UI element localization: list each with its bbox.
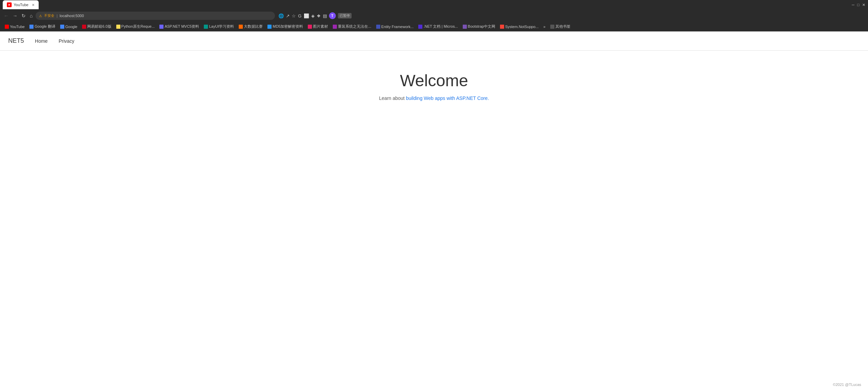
tab-title: YouTube bbox=[14, 3, 28, 7]
bookmark-label-python: Python原生Reque... bbox=[121, 24, 155, 29]
bookmark-favicon-system-notsuppo bbox=[500, 25, 504, 29]
profile-button[interactable]: T bbox=[329, 12, 336, 19]
bookmark-python[interactable]: Python原生Reque... bbox=[114, 23, 157, 30]
nav-icons: 🌐 ↗ ☆ G ⬜ ◈ ❖ ▤ T 已暂停 bbox=[278, 12, 351, 19]
bookmark-favicon-dotnet bbox=[418, 25, 422, 29]
welcome-subtitle-link[interactable]: building Web apps with ASP.NET Core. bbox=[406, 95, 489, 101]
bookmark-google-translate[interactable]: Google 翻译 bbox=[27, 23, 57, 30]
bookmark-aspnet-mvc5[interactable]: ASP.NET MVC5资料 bbox=[157, 23, 201, 30]
bookmark-favicon-bigdata bbox=[239, 25, 243, 29]
bookmark-favicon-aspnet-mvc5 bbox=[159, 25, 163, 29]
bookmark-favicon-ef bbox=[376, 25, 380, 29]
sidebar-toggle[interactable]: ▤ bbox=[323, 13, 327, 18]
security-warning-text: 不安全 bbox=[44, 13, 54, 18]
active-tab[interactable]: YouTube ✕ bbox=[3, 0, 39, 9]
bookmark-system-notsuppo[interactable]: System.NotSuppo... bbox=[498, 24, 541, 29]
tab-favicon-youtube bbox=[7, 2, 12, 7]
bookmark-label-system-notsuppo: System.NotSuppo... bbox=[505, 25, 539, 29]
address-url[interactable]: localhost:5000 bbox=[60, 14, 272, 18]
title-bar: YouTube ✕ ─ □ ✕ bbox=[0, 0, 868, 10]
bookmark-ef[interactable]: Entity Framework... bbox=[374, 24, 416, 29]
extension-icon1[interactable]: ⬜ bbox=[304, 13, 309, 18]
bookmark-youtube[interactable]: YouTube bbox=[3, 24, 27, 29]
bookmark-bigdata[interactable]: 大数据比赛 bbox=[237, 23, 265, 30]
bookmark-label-google-translate: Google 翻译 bbox=[35, 24, 55, 29]
bookmark-163mail[interactable]: 网易邮箱6.0版 bbox=[80, 23, 113, 30]
bookmark-favicon-other bbox=[550, 25, 554, 29]
bookmark-image[interactable]: 图片素材 bbox=[306, 23, 330, 30]
main-content: Welcome Learn about building Web apps wi… bbox=[0, 51, 868, 101]
welcome-title: Welcome bbox=[400, 71, 468, 90]
home-button[interactable]: ⌂ bbox=[29, 12, 34, 20]
bookmark-favicon-youtube bbox=[5, 25, 9, 29]
page-content: NET5 Home Privacy Welcome Learn about bu… bbox=[0, 31, 868, 388]
extension-icon3[interactable]: ❖ bbox=[317, 13, 321, 18]
site-nav-links: Home Privacy bbox=[32, 37, 77, 45]
bookmark-favicon-google-translate bbox=[29, 25, 34, 29]
bookmarks-overflow-button[interactable]: » bbox=[541, 24, 548, 29]
sync-paused-button[interactable]: 已暂停 bbox=[338, 13, 352, 18]
extension-icon2[interactable]: ◈ bbox=[311, 13, 315, 18]
bookmark-favicon-google bbox=[60, 25, 64, 29]
close-window-button[interactable]: ✕ bbox=[862, 3, 865, 7]
bookmark-label-reinstall: 重装系统之无法在... bbox=[338, 24, 371, 29]
bookmark-favicon-image bbox=[308, 25, 312, 29]
bookmark-favicon-md5 bbox=[267, 25, 272, 29]
star-icon[interactable]: ☆ bbox=[292, 13, 296, 18]
title-bar-left: YouTube ✕ bbox=[3, 0, 39, 9]
bookmark-favicon-bootstrap bbox=[463, 25, 467, 29]
bookmark-google[interactable]: Google bbox=[58, 24, 79, 29]
bookmark-layui[interactable]: LayUI学习资料 bbox=[202, 23, 236, 30]
bookmark-reinstall[interactable]: 重装系统之无法在... bbox=[331, 23, 373, 30]
bookmark-md5[interactable]: MD5加密解密资料 bbox=[265, 23, 305, 30]
grammarly-icon: G bbox=[298, 13, 301, 18]
welcome-subtitle-prefix: Learn about bbox=[379, 95, 406, 101]
bookmark-label-youtube: YouTube bbox=[10, 25, 25, 29]
copyright-text: ©2021 @TLucas bbox=[833, 383, 861, 387]
tab-close-button[interactable]: ✕ bbox=[32, 3, 35, 7]
minimize-button[interactable]: ─ bbox=[852, 3, 855, 7]
maximize-button[interactable]: □ bbox=[857, 3, 859, 7]
share-icon[interactable]: ↗ bbox=[286, 13, 290, 18]
translate-icon[interactable]: 🌐 bbox=[278, 13, 284, 18]
back-button[interactable]: ← bbox=[3, 12, 10, 20]
bookmark-favicon-layui bbox=[204, 25, 208, 29]
bookmark-label-163mail: 网易邮箱6.0版 bbox=[87, 24, 111, 29]
bookmark-label-google: Google bbox=[65, 25, 77, 29]
address-bar[interactable]: ⚠ 不安全 | localhost:5000 bbox=[36, 12, 275, 20]
title-bar-right: ─ □ ✕ bbox=[852, 3, 865, 7]
nav-bar: ← → ↻ ⌂ ⚠ 不安全 | localhost:5000 🌐 ↗ ☆ G ⬜… bbox=[0, 10, 868, 22]
browser-chrome: YouTube ✕ ─ □ ✕ ← → ↻ ⌂ ⚠ 不安全 | localhos… bbox=[0, 0, 868, 31]
bookmark-label-aspnet-mvc5: ASP.NET MVC5资料 bbox=[165, 24, 199, 29]
welcome-subtitle: Learn about building Web apps with ASP.N… bbox=[379, 95, 489, 101]
site-brand[interactable]: NET5 bbox=[8, 37, 24, 44]
bookmark-favicon-reinstall bbox=[333, 25, 337, 29]
bookmark-label-image: 图片素材 bbox=[313, 24, 328, 29]
security-warning-icon: ⚠ bbox=[39, 14, 42, 18]
bookmark-dotnet[interactable]: .NET 文档 | Micros... bbox=[416, 23, 460, 30]
bookmark-label-other: 其他书签 bbox=[555, 24, 570, 29]
bookmark-label-md5: MD5加密解密资料 bbox=[273, 24, 303, 29]
bookmark-favicon-163mail bbox=[82, 25, 86, 29]
bookmark-label-bootstrap: Bootstrap中文网 bbox=[468, 24, 495, 29]
bookmark-label-bigdata: 大数据比赛 bbox=[244, 24, 263, 29]
page-footer: ©2021 @TLucas bbox=[831, 381, 863, 388]
forward-button[interactable]: → bbox=[12, 12, 18, 20]
refresh-button[interactable]: ↻ bbox=[21, 12, 27, 20]
bookmark-label-ef: Entity Framework... bbox=[381, 25, 414, 29]
bookmark-other[interactable]: 其他书签 bbox=[548, 23, 573, 30]
site-navbar: NET5 Home Privacy bbox=[0, 31, 868, 51]
nav-link-home[interactable]: Home bbox=[32, 37, 50, 45]
bookmark-bootstrap[interactable]: Bootstrap中文网 bbox=[461, 23, 497, 30]
nav-link-privacy[interactable]: Privacy bbox=[56, 37, 77, 45]
bookmark-favicon-python bbox=[116, 25, 120, 29]
address-separator: | bbox=[56, 14, 57, 18]
bookmark-label-dotnet: .NET 文档 | Micros... bbox=[423, 24, 458, 29]
bookmark-label-layui: LayUI学习资料 bbox=[209, 24, 234, 29]
bookmarks-bar: YouTube Google 翻译 Google 网易邮箱6.0版 Python… bbox=[0, 22, 868, 31]
